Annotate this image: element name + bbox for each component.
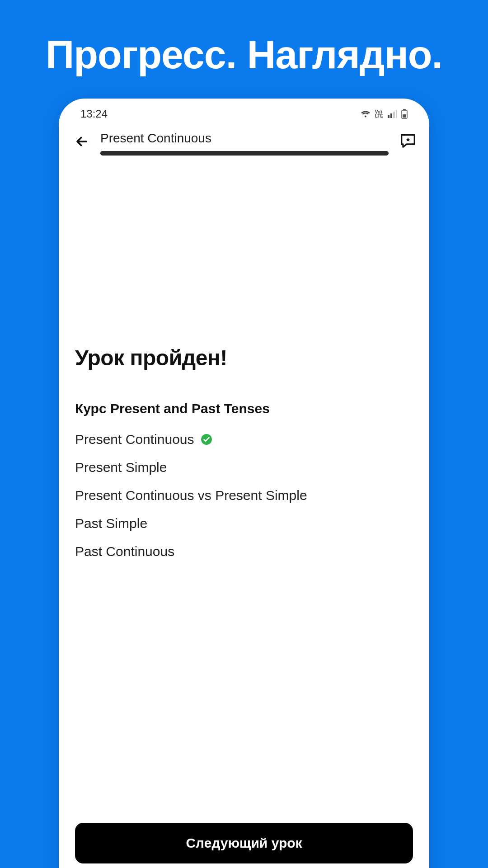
lesson-item[interactable]: Past Continuous [75, 538, 413, 566]
bookmark-feedback-button[interactable] [399, 131, 417, 151]
app-header: Present Continuous [59, 123, 429, 156]
check-icon [201, 434, 212, 445]
lesson-item[interactable]: Past Simple [75, 509, 413, 538]
signal-icon [388, 110, 397, 118]
progress-bar [100, 151, 389, 156]
content-area: Урок пройден! Курс Present and Past Tens… [59, 345, 429, 566]
header-center: Present Continuous [100, 131, 389, 156]
course-title: Курс Present and Past Tenses [75, 401, 413, 416]
svg-rect-2 [393, 112, 395, 118]
volte-icon: Vo)LTE [375, 110, 383, 118]
status-bar: 13:24 Vo)LTE [59, 99, 429, 123]
lesson-complete-heading: Урок пройден! [75, 345, 413, 370]
svg-rect-1 [390, 113, 392, 118]
phone-frame: 13:24 Vo)LTE Present Continuous Урок про [59, 99, 429, 868]
lesson-label: Present Simple [75, 460, 167, 475]
lesson-label: Present Continuous [75, 432, 194, 447]
svg-rect-3 [396, 110, 397, 118]
lesson-label: Present Continuous vs Present Simple [75, 488, 307, 503]
lesson-item[interactable]: Present Continuous [75, 425, 413, 453]
wifi-icon [361, 110, 371, 118]
back-button[interactable] [74, 131, 89, 151]
promo-title: Прогресс. Наглядно. [0, 0, 488, 78]
header-title: Present Continuous [100, 131, 389, 146]
lesson-item[interactable]: Present Continuous vs Present Simple [75, 481, 413, 509]
lesson-list: Present ContinuousPresent SimplePresent … [75, 425, 413, 566]
svg-rect-6 [403, 114, 406, 118]
battery-icon [401, 109, 408, 119]
lesson-label: Past Simple [75, 516, 147, 531]
status-time: 13:24 [80, 108, 108, 120]
next-lesson-button[interactable]: Следующий урок [75, 823, 413, 863]
lesson-item[interactable]: Present Simple [75, 453, 413, 481]
lesson-label: Past Continuous [75, 544, 174, 559]
status-indicators: Vo)LTE [361, 109, 408, 119]
svg-rect-0 [388, 115, 389, 118]
